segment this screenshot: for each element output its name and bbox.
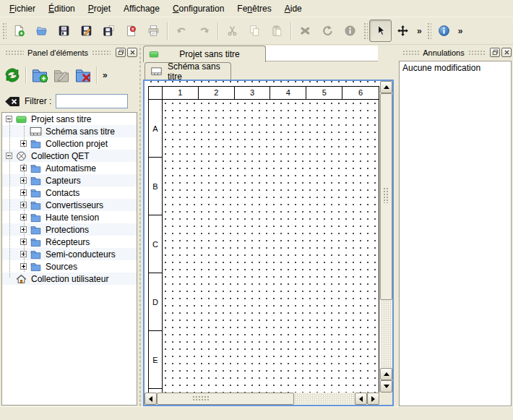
print-button[interactable]: [142, 20, 165, 42]
paste-button[interactable]: [266, 20, 288, 42]
schema-icon: [150, 67, 163, 77]
horizontal-scrollbar[interactable]: [145, 393, 380, 405]
float-panel-button[interactable]: [116, 48, 126, 57]
column-label-2: 2: [199, 87, 235, 99]
folder-delete-icon: [74, 67, 92, 84]
tab-project[interactable]: Projet sans titre: [143, 46, 266, 62]
redo-icon: [198, 25, 210, 37]
tree-item-collection-qet[interactable]: Collection QET: [2, 150, 137, 162]
tree-item-projet-sans-titre[interactable]: Projet sans titre: [2, 113, 137, 125]
tree-item-semi-conducteurs[interactable]: Semi-conducteurs: [2, 248, 137, 260]
about-button[interactable]: [433, 20, 455, 42]
tree-item-sources[interactable]: Sources: [2, 260, 137, 273]
tree-item-automatisme[interactable]: Automatisme: [2, 162, 137, 174]
vertical-scrollbar[interactable]: [380, 81, 392, 393]
diagram-view[interactable]: 123456 ABCDE: [143, 80, 394, 406]
menu-projet[interactable]: Projet: [82, 1, 117, 16]
menu-aide[interactable]: Aide: [278, 1, 309, 16]
tree-item-sch-ma-sans-titre[interactable]: Schéma sans titre: [2, 125, 137, 137]
scroll-left-button-2[interactable]: [355, 393, 367, 405]
toolbar-overflow-button[interactable]: »: [455, 26, 466, 36]
dock-grip[interactable]: [468, 50, 485, 55]
close-panel-button[interactable]: [127, 48, 137, 57]
float-panel-button[interactable]: [490, 48, 500, 57]
toolbar-handle[interactable]: [1, 22, 7, 40]
undo-history-list[interactable]: Aucune modification: [399, 61, 512, 406]
reload-collections-button[interactable]: [1, 64, 23, 86]
elements-panel-titlebar: Panel d'éléments: [1, 46, 137, 59]
tree-item-protections[interactable]: Protections: [2, 223, 137, 236]
tree-item-capteurs[interactable]: Capteurs: [2, 174, 137, 187]
undo-panel-title: Annulations: [423, 48, 465, 57]
delete-icon: [299, 25, 311, 37]
new-category-button[interactable]: [29, 64, 51, 86]
menu-fichier[interactable]: Fichier: [3, 1, 42, 16]
dock-grip[interactable]: [92, 50, 111, 55]
elements-panel-title: Panel d'éléments: [27, 48, 88, 57]
menu-edition[interactable]: Édition: [42, 1, 82, 16]
horizontal-scrollbar-track[interactable]: [294, 393, 355, 404]
scroll-up-button[interactable]: [380, 81, 392, 93]
folder-icon: [30, 236, 43, 248]
menu-fenetres[interactable]: Fenêtres: [230, 1, 277, 16]
elements-panel-toolbar: »: [1, 61, 137, 90]
toolbar-handle[interactable]: [426, 22, 431, 40]
redo-button[interactable]: [193, 20, 215, 42]
panel-splitter[interactable]: [138, 46, 142, 406]
filter-input[interactable]: [56, 94, 128, 108]
toolbar-separator: [167, 22, 168, 40]
filter-row: Filtrer :: [1, 91, 137, 111]
tree-item-label: Convertisseurs: [46, 200, 103, 210]
tab-schema[interactable]: Schéma sans titre: [145, 62, 231, 80]
tree-item-collection-utilisateur[interactable]: Collection utilisateur: [2, 273, 137, 285]
delete-button[interactable]: [294, 20, 316, 42]
print-icon: [147, 25, 160, 37]
new-document-button[interactable]: [8, 20, 30, 42]
dock-grip[interactable]: [5, 50, 24, 55]
undo-button[interactable]: [171, 20, 193, 42]
open-project-button[interactable]: [30, 20, 53, 42]
undo-list-item[interactable]: Aucune modification: [400, 61, 511, 74]
scroll-left-button[interactable]: [145, 393, 157, 405]
row-headers: ABCDE: [149, 100, 163, 393]
copy-icon: [249, 25, 261, 37]
toolbar-overflow-button[interactable]: »: [414, 26, 425, 36]
menu-affichage[interactable]: Affichage: [117, 1, 166, 16]
grid-corner-cell: [149, 87, 163, 99]
tree-item-r-cepteurs[interactable]: Récepteurs: [2, 236, 137, 248]
cut-button[interactable]: [221, 20, 243, 42]
edit-category-button[interactable]: [51, 64, 72, 86]
save-as-button[interactable]: [75, 20, 98, 42]
scroll-down-button[interactable]: [380, 380, 392, 393]
close-panel-button[interactable]: [501, 48, 512, 57]
save-all-button[interactable]: [98, 20, 120, 42]
tree-item-haute-tension[interactable]: Haute tension: [2, 211, 137, 223]
scroll-right-button[interactable]: [367, 393, 379, 405]
home-icon: [15, 273, 28, 285]
schema-icon: [30, 126, 43, 137]
delete-category-button[interactable]: [72, 64, 94, 86]
vertical-scrollbar-track[interactable]: [381, 300, 392, 368]
paste-icon: [271, 25, 283, 37]
copy-button[interactable]: [243, 20, 266, 42]
tree-item-contacts[interactable]: Contacts: [2, 187, 137, 199]
tree-item-convertisseurs[interactable]: Convertisseurs: [2, 199, 137, 211]
menu-configuration[interactable]: Configuration: [166, 1, 230, 16]
vertical-scrollbar-thumb[interactable]: [380, 93, 392, 300]
tree-item-collection-projet[interactable]: Collection projet: [2, 137, 137, 150]
tabbar-empty-area: [266, 46, 378, 61]
diagram-canvas[interactable]: 123456 ABCDE: [145, 81, 380, 393]
rotate-button[interactable]: [316, 20, 339, 42]
toolbar-handle[interactable]: [363, 22, 368, 40]
menubar: FichierÉditionProjetAffichageConfigurati…: [0, 0, 513, 17]
horizontal-scrollbar-thumb[interactable]: [157, 393, 294, 405]
clear-filter-button[interactable]: [4, 95, 20, 108]
close-document-button[interactable]: [120, 20, 142, 42]
dock-grip[interactable]: [402, 50, 419, 55]
toolbar-overflow-button[interactable]: »: [100, 70, 111, 80]
element-info-button[interactable]: [339, 20, 361, 42]
scroll-up-button-2[interactable]: [380, 368, 392, 380]
move-mode-button[interactable]: [392, 20, 414, 42]
select-mode-button[interactable]: [369, 20, 392, 42]
save-button[interactable]: [53, 20, 75, 42]
